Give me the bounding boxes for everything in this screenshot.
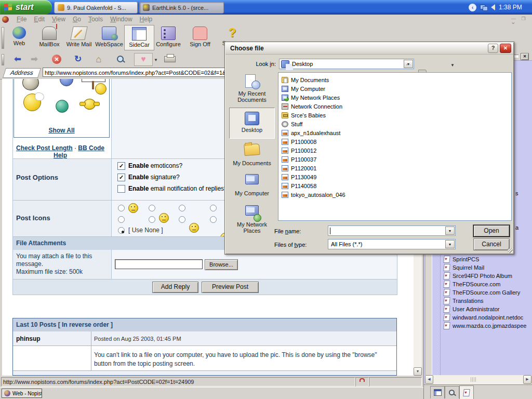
sidecar-button[interactable]: SideCar: [124, 25, 154, 50]
file-name-input[interactable]: ▼: [328, 225, 456, 236]
home-icon[interactable]: ⌂: [94, 54, 104, 64]
file-item[interactable]: My Documents: [282, 76, 329, 84]
resize-grip[interactable]: [508, 248, 513, 253]
web-task-button[interactable]: Web - Nopist...: [2, 389, 42, 398]
place-my-documents[interactable]: My Documents: [229, 142, 275, 166]
file-list[interactable]: My Documents My Computer My Network Plac…: [278, 72, 512, 221]
forward-icon[interactable]: ➡: [29, 54, 39, 64]
preview-post-button[interactable]: Preview Post: [202, 282, 259, 293]
place-desktop[interactable]: Desktop: [229, 108, 275, 139]
mailbox-button[interactable]: MailBox: [34, 25, 64, 50]
file-item[interactable]: P1140058: [282, 182, 316, 190]
network-tray-icon[interactable]: [480, 5, 487, 10]
scroll-left-icon[interactable]: ◀: [425, 375, 433, 384]
file-item[interactable]: apx_n1dualexhaust: [282, 129, 340, 137]
add-reply-button[interactable]: Add Reply: [152, 282, 198, 293]
cancel-button[interactable]: Cancel: [473, 238, 510, 250]
sidecar-close-icon[interactable]: ✕: [521, 53, 529, 60]
use-none-radio[interactable]: [118, 227, 125, 234]
bookmark-mazda[interactable]: www.mazda.co.jpmazdaspee: [444, 322, 526, 329]
print-icon[interactable]: [164, 56, 176, 62]
emoticon-grin-teal[interactable]: [56, 100, 69, 113]
bookmark-thefdsource-gallery[interactable]: TheFDSource.com Gallery: [444, 289, 520, 296]
place-recent-documents[interactable]: My Recent Documents: [229, 74, 275, 103]
bookmark-user-administrator[interactable]: User Administrator: [444, 305, 499, 313]
stop-icon[interactable]: ✕: [52, 55, 61, 64]
file-item[interactable]: P1100012: [282, 147, 316, 154]
sign-off-button[interactable]: Sign Off: [185, 25, 215, 50]
file-item[interactable]: My Network Places: [282, 94, 340, 101]
menu-view[interactable]: View: [48, 15, 69, 24]
file-item[interactable]: P1100037: [282, 155, 316, 163]
scroll-right-icon[interactable]: ▶: [523, 375, 531, 384]
post-icon-radio[interactable]: [179, 216, 185, 223]
configure-button[interactable]: Configure: [153, 25, 183, 50]
place-my-network[interactable]: My Network Places: [229, 204, 275, 234]
favorites-button[interactable]: ♥: [134, 53, 153, 66]
bookmark-sprintpcs[interactable]: SprintPCS: [444, 256, 479, 263]
start-button[interactable]: start: [0, 0, 52, 15]
tray-chevron-icon[interactable]: ‹: [469, 4, 476, 11]
post-icon-radio[interactable]: [149, 205, 155, 211]
enable-signature-checkbox[interactable]: ✓: [117, 174, 125, 181]
tab-favorites[interactable]: [459, 385, 474, 399]
bookmark-srce94fd[interactable]: Srce94FD Photo Album: [444, 272, 512, 280]
menu-go[interactable]: Go: [69, 15, 85, 24]
post-icon-smile[interactable]: [128, 203, 138, 213]
menu-edit[interactable]: Edit: [30, 15, 48, 24]
bookmark-thefdsource[interactable]: TheFDSource.com: [444, 281, 500, 288]
emoticon-sign-face[interactable]: [95, 83, 107, 95]
post-icon-smirk[interactable]: [159, 213, 169, 223]
help-button[interactable]: ?: [488, 44, 498, 53]
dialog-titlebar[interactable]: Choose file ? ✕: [225, 43, 513, 55]
favorites-dropdown-icon[interactable]: ▼: [154, 58, 158, 62]
post-icon-radio[interactable]: [210, 205, 217, 211]
menu-file[interactable]: File: [13, 15, 30, 24]
bookmark-translations[interactable]: Translations: [444, 297, 484, 304]
file-item[interactable]: Srce's Babies: [282, 111, 326, 119]
enable-emoticons-checkbox[interactable]: ✓: [117, 162, 125, 170]
search-icon[interactable]: [115, 54, 126, 64]
post-icon-radio[interactable]: [149, 216, 155, 223]
volume-tray-icon[interactable]: [491, 4, 495, 10]
scroll-down-icon[interactable]: ▼: [414, 367, 422, 376]
taskbar-task-1[interactable]: 9. Paul Oakenfold - S...: [54, 2, 138, 14]
bookmark-windward[interactable]: windward.nodalpoint.netdoc: [444, 314, 523, 321]
sidecar-hscrollbar[interactable]: ◀ ▶: [425, 375, 531, 384]
post-icon-radio[interactable]: [118, 205, 125, 211]
show-all-link[interactable]: Show All: [14, 127, 109, 134]
post-icon-radio[interactable]: [210, 216, 217, 223]
file-item[interactable]: Stuff: [282, 120, 302, 128]
emoticon-bow[interactable]: [22, 79, 39, 90]
write-mail-button[interactable]: Write Mail: [64, 25, 94, 50]
file-item[interactable]: P1100008: [282, 138, 316, 145]
file-item[interactable]: tokyo_autosalon_046: [282, 191, 345, 198]
bookmark-squirrel-mail[interactable]: Squirrel Mail: [444, 264, 484, 271]
check-post-length-link[interactable]: Check Post Length: [16, 144, 73, 152]
tab-sidecar-window[interactable]: [430, 386, 445, 398]
emoticon-sad-blue[interactable]: [60, 79, 73, 86]
post-icon-rolleyes[interactable]: [189, 223, 199, 233]
refresh-icon[interactable]: ↻: [73, 54, 83, 64]
navbar-grip[interactable]: [2, 54, 4, 65]
file-item[interactable]: My Computer: [282, 85, 325, 92]
files-of-type-select[interactable]: All Files (*.*) ▼: [328, 239, 456, 249]
post-icon-radio[interactable]: [118, 216, 125, 223]
back-icon[interactable]: ⬅: [12, 54, 23, 64]
browse-button[interactable]: Browse...: [205, 259, 238, 270]
file-item[interactable]: P1120001: [282, 164, 316, 172]
menu-window[interactable]: Window: [107, 15, 136, 24]
webspace-button[interactable]: WebSpace: [94, 25, 124, 50]
taskbar-task-2[interactable]: EarthLink 5.0 - (srce...: [139, 2, 224, 14]
back-folder-icon[interactable]: ←: [405, 59, 414, 68]
file-item[interactable]: Network Connection: [282, 102, 342, 110]
attachment-file-input[interactable]: [115, 259, 203, 269]
enable-email-notification-checkbox[interactable]: [117, 185, 125, 193]
close-button[interactable]: ✕: [500, 44, 511, 53]
file-name-dropdown-icon[interactable]: ▼: [445, 227, 455, 235]
views-dropdown-icon[interactable]: ▼: [450, 63, 455, 68]
open-button[interactable]: Open: [473, 225, 510, 237]
web-button[interactable]: Web: [4, 25, 34, 50]
menu-tools[interactable]: Tools: [85, 15, 107, 24]
post-icon-radio[interactable]: [179, 205, 185, 211]
